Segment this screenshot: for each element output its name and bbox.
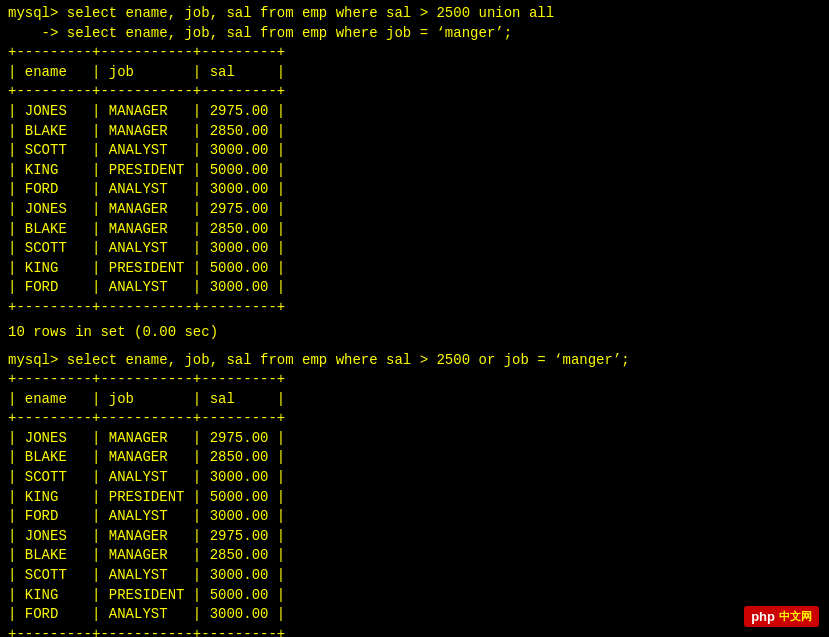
command-text-1: select ename, job, sal from emp where sa… (67, 5, 554, 21)
command-text-2: select ename, job, sal from emp where sa… (67, 352, 630, 368)
table-row-2-3: | SCOTT | ANALYST | 3000.00 | (8, 468, 821, 488)
table-row-1-9: | KING | PRESIDENT | 5000.00 | (8, 259, 821, 279)
query-section-2: mysql> select ename, job, sal from emp w… (8, 351, 821, 638)
php-logo-text: php (751, 609, 775, 624)
table-row-2-10: | FORD | ANALYST | 3000.00 | (8, 605, 821, 625)
status-1: 10 rows in set (0.00 sec) (8, 322, 821, 343)
table-row-2-8: | SCOTT | ANALYST | 3000.00 | (8, 566, 821, 586)
table-row-2-4: | KING | PRESIDENT | 5000.00 | (8, 488, 821, 508)
table-header-divider-2: +---------+-----------+---------+ (8, 409, 821, 429)
table-header-2: | ename | job | sal | (8, 390, 821, 410)
table-row-1-4: | KING | PRESIDENT | 5000.00 | (8, 161, 821, 181)
table-row-2-1: | JONES | MANAGER | 2975.00 | (8, 429, 821, 449)
table-header-1: | ename | job | sal | (8, 63, 821, 83)
table-top-divider-1: +---------+-----------+---------+ (8, 43, 821, 63)
table-header-divider-1: +---------+-----------+---------+ (8, 82, 821, 102)
command-line-2: mysql> select ename, job, sal from emp w… (8, 351, 821, 371)
table-bottom-divider-2: +---------+-----------+---------+ (8, 625, 821, 637)
table-row-1-5: | FORD | ANALYST | 3000.00 | (8, 180, 821, 200)
table-row-1-6: | JONES | MANAGER | 2975.00 | (8, 200, 821, 220)
command-line-1: mysql> select ename, job, sal from emp w… (8, 4, 821, 24)
table-row-1-8: | SCOTT | ANALYST | 3000.00 | (8, 239, 821, 259)
terminal-window: mysql> select ename, job, sal from emp w… (8, 4, 821, 637)
table-row-1-1: | JONES | MANAGER | 2975.00 | (8, 102, 821, 122)
query-section-1: mysql> select ename, job, sal from emp w… (8, 4, 821, 343)
table-row-1-3: | SCOTT | ANALYST | 3000.00 | (8, 141, 821, 161)
command-continuation-1: -> select ename, job, sal from emp where… (8, 24, 821, 44)
table-row-2-9: | KING | PRESIDENT | 5000.00 | (8, 586, 821, 606)
table-row-2-6: | JONES | MANAGER | 2975.00 | (8, 527, 821, 547)
prompt-2: mysql> (8, 352, 67, 368)
table-row-1-10: | FORD | ANALYST | 3000.00 | (8, 278, 821, 298)
prompt-1: mysql> (8, 5, 67, 21)
table-row-1-7: | BLAKE | MANAGER | 2850.00 | (8, 220, 821, 240)
table-row-1-2: | BLAKE | MANAGER | 2850.00 | (8, 122, 821, 142)
table-top-divider-2: +---------+-----------+---------+ (8, 370, 821, 390)
table-row-2-5: | FORD | ANALYST | 3000.00 | (8, 507, 821, 527)
php-badge[interactable]: php 中文网 (744, 606, 819, 627)
table-bottom-divider-1: +---------+-----------+---------+ (8, 298, 821, 318)
table-row-2-2: | BLAKE | MANAGER | 2850.00 | (8, 448, 821, 468)
table-row-2-7: | BLAKE | MANAGER | 2850.00 | (8, 546, 821, 566)
cn-website-text: 中文网 (779, 609, 812, 624)
